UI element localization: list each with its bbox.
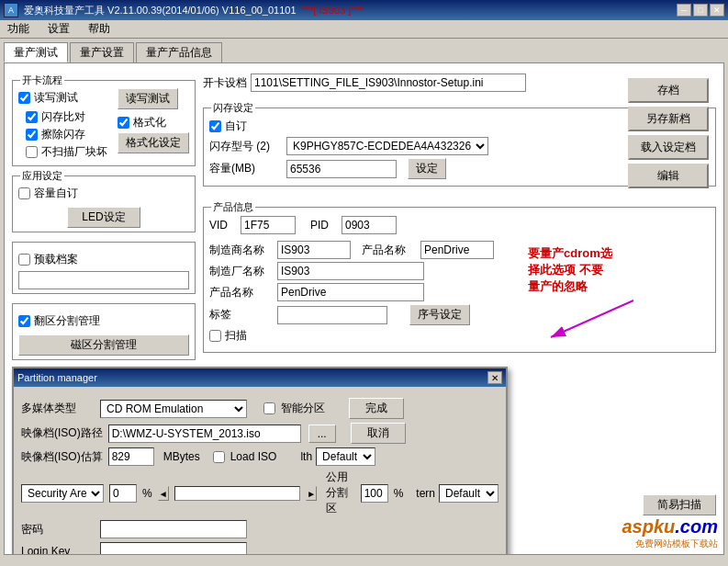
slider-track[interactable]: [174, 486, 301, 501]
partition-mgmt-checkbox[interactable]: [18, 315, 30, 327]
password-input[interactable]: [100, 520, 247, 538]
menu-item-settings[interactable]: 设置: [44, 20, 73, 38]
image-size-input[interactable]: [108, 447, 154, 466]
public-value-input[interactable]: [361, 484, 388, 503]
vendor-name-label: 制造商名称: [209, 243, 274, 258]
load-button[interactable]: 载入设定档: [628, 135, 709, 160]
smart-partition-label: 智能分区: [281, 401, 325, 416]
set-button[interactable]: 设定: [408, 158, 446, 179]
scan-checkbox[interactable]: [209, 330, 221, 342]
label-label: 标签: [209, 307, 274, 323]
partition-mgmt-label: 翻区分割管理: [34, 313, 100, 329]
security-percent: %: [142, 487, 152, 500]
watermark: aspku.com 免费网站模板下载站: [622, 516, 719, 550]
media-type-label: 多媒体类型: [21, 401, 95, 416]
smart-partition-checkbox[interactable]: [263, 402, 275, 414]
security-value-input[interactable]: [109, 484, 137, 503]
pid-input[interactable]: [342, 216, 397, 234]
dialog-title-text: Partition manager: [17, 372, 97, 383]
pid-label: PID: [310, 219, 338, 232]
app-icon: A: [4, 3, 18, 17]
partition-mgmt-button[interactable]: 磁区分割管理: [18, 334, 189, 356]
capacity-mb-label: 容量(MB): [209, 161, 283, 176]
image-size-label: 映像档(ISO)估算: [21, 449, 103, 465]
image-path-input[interactable]: [108, 424, 301, 443]
flash-type-select[interactable]: K9PHGY857C-ECDEDEA4A432326860C5C5-8: [286, 137, 488, 155]
menu-item-help[interactable]: 帮助: [84, 20, 114, 38]
login-key-input[interactable]: [100, 542, 247, 555]
capacity-custom-checkbox[interactable]: [18, 187, 30, 199]
vendor-name-input[interactable]: [277, 241, 351, 259]
preload-input[interactable]: [18, 271, 189, 289]
security-area-select[interactable]: Security Area: [21, 484, 104, 503]
watermark-sub: 免费网站模板下载站: [622, 538, 719, 550]
lth-select[interactable]: Default: [316, 447, 375, 466]
open-card-doc-input[interactable]: [251, 74, 526, 92]
format-check-label: 格式化: [133, 115, 166, 130]
dialog-close-button[interactable]: ✕: [487, 371, 502, 384]
preload-checkbox[interactable]: [18, 254, 30, 266]
dialog-image-path-row: 映像档(ISO)路径 ... 取消: [21, 423, 498, 444]
product-info-title: 产品信息: [211, 200, 255, 214]
dialog-password-row: 密码: [21, 520, 498, 538]
load-iso-checkbox[interactable]: [213, 451, 225, 463]
led-settings-button[interactable]: LED设定: [67, 207, 140, 228]
maximize-button[interactable]: □: [693, 4, 708, 17]
custom-label: 自订: [225, 119, 247, 134]
security-right-arrow[interactable]: ►: [306, 486, 317, 501]
flash-settings-title: 闪存设定: [211, 101, 255, 115]
save-button[interactable]: 存档: [628, 78, 709, 103]
media-type-select[interactable]: CD ROM Emulation: [100, 400, 247, 418]
tern-select[interactable]: Default: [439, 484, 498, 503]
menu-bar: 功能 设置 帮助: [0, 20, 728, 39]
app-settings-title: 应用设定: [20, 169, 64, 183]
dialog-image-size-row: 映像档(ISO)估算 MBytes Load ISO lth Default: [21, 447, 498, 466]
mfg-name-input[interactable]: [277, 262, 424, 280]
tabs-bar: 量产测试 量产设置 量产产品信息: [0, 39, 728, 62]
edit-button[interactable]: 编辑: [628, 164, 709, 188]
minimize-button[interactable]: ─: [677, 4, 691, 17]
serial-button[interactable]: 序号设定: [409, 304, 470, 325]
partition-manager-dialog: Partition manager ✕ 多媒体类型 CD ROM Emulati…: [12, 367, 508, 555]
no-destroy-checkbox[interactable]: [26, 146, 38, 158]
vid-input[interactable]: [241, 216, 296, 234]
write-test-button[interactable]: 读写测试: [118, 88, 178, 109]
tab-mass-production-settings[interactable]: 量产设置: [70, 42, 134, 62]
lth-label: lth: [300, 450, 312, 463]
security-left-arrow[interactable]: ◄: [158, 486, 169, 501]
custom-checkbox[interactable]: [209, 120, 221, 132]
format-check2[interactable]: [118, 117, 129, 129]
load-iso-label: Load ISO: [230, 450, 277, 463]
login-key-label: Login Key: [21, 545, 95, 555]
title-bar: A 爱奥科技量产工具 V2.11.00.39(2014/01/06) V116_…: [0, 0, 728, 20]
vid-label: VID: [209, 219, 237, 232]
menu-item-function[interactable]: 功能: [4, 20, 33, 38]
open-card-section: 开卡流程 读写测试 闪存比对: [12, 80, 196, 166]
tern-label: tern: [416, 487, 435, 500]
partition-section: 翻区分割管理 磁区分割管理: [12, 303, 196, 360]
product-name2-input[interactable]: [277, 283, 424, 301]
scan-label: 扫描: [225, 328, 247, 344]
cancel-button[interactable]: 取消: [351, 423, 406, 444]
mb-label: MBytes: [163, 450, 200, 463]
close-button[interactable]: ✕: [710, 4, 724, 17]
flash-compare-checkbox[interactable]: [26, 111, 38, 123]
product-name-input[interactable]: [420, 241, 494, 259]
dialog-media-row: 多媒体类型 CD ROM Emulation 智能分区 完成: [21, 398, 498, 419]
format-checkbox[interactable]: [18, 92, 30, 104]
product-name-label: 产品名称: [362, 243, 417, 258]
format-settings-button[interactable]: 格式化设定: [118, 132, 189, 153]
app-settings-section: 应用设定 容量自订 LED设定: [12, 175, 196, 232]
complete-button[interactable]: 完成: [349, 398, 404, 419]
tab-mass-production-test[interactable]: 量产测试: [4, 42, 68, 62]
title-text: 爱奥科技量产工具 V2.11.00.39(2014/01/06) V116_00…: [24, 4, 297, 17]
capacity-mb-input[interactable]: [286, 160, 397, 178]
open-card-section-title: 开卡流程: [20, 74, 64, 87]
preload-label: 预载档案: [34, 252, 78, 267]
save-as-button[interactable]: 另存新档: [628, 107, 709, 131]
erase-flash-checkbox[interactable]: [26, 129, 38, 141]
tab-mass-production-product-info[interactable]: 量产产品信息: [136, 42, 222, 62]
label-input[interactable]: [277, 306, 387, 324]
simple-scan-button[interactable]: 简易扫描: [643, 494, 716, 515]
browse-button[interactable]: ...: [308, 424, 336, 443]
